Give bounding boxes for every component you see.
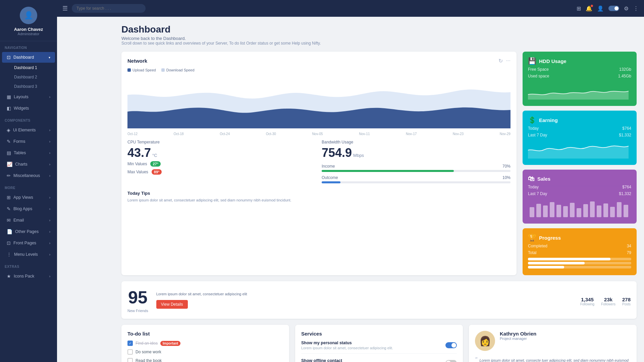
- sidebar-item-charts[interactable]: 📈 Charts ›: [2, 159, 55, 170]
- todo-checkbox[interactable]: [127, 358, 133, 362]
- services-card: Services Show my personal status Lorem i…: [295, 325, 463, 362]
- svg-rect-14: [624, 205, 628, 217]
- sidebar-item-ui-elements[interactable]: ◈ Ui Elements ›: [2, 125, 55, 135]
- max-row: Max Values 89°: [127, 169, 316, 175]
- sales-last7-label: Last 7 Day: [528, 191, 547, 196]
- bw-outcome-header: Outcome 10%: [322, 175, 511, 180]
- svg-rect-0: [530, 207, 534, 217]
- svg-rect-13: [617, 202, 622, 217]
- more-options-icon[interactable]: ⋮: [633, 5, 639, 12]
- todo-title: To-do list: [127, 331, 150, 337]
- network-card: Network ↻ ··· Upload Speed Download Spee…: [121, 52, 517, 275]
- svg-rect-2: [543, 205, 548, 217]
- hdd-icon: 💾: [528, 57, 536, 65]
- icons-icon: ★: [7, 274, 11, 279]
- service-name: Show my personal status: [301, 341, 393, 345]
- sidebar-item-widgets[interactable]: ◧ Widgets: [2, 103, 55, 114]
- sidebar-item-label: Blog Apps: [13, 206, 32, 211]
- sidebar-item-dashboard[interactable]: ⊡ Dashboard ▾: [2, 52, 55, 63]
- person-card: 👩 Kathryn Obrien Project manager " Lorem…: [469, 325, 637, 362]
- chart-legend: Upload Speed Download Speed: [127, 68, 511, 72]
- todo-text: Read the book: [136, 358, 162, 362]
- bandwidth-unit: Mbps: [353, 153, 364, 158]
- layouts-icon: ▦: [7, 94, 11, 100]
- grid-icon[interactable]: ⊞: [577, 5, 581, 12]
- x-label: Nov-23: [453, 132, 464, 136]
- sidebar-sub-dashboard3[interactable]: Dashboard 3: [2, 82, 55, 91]
- refresh-icon[interactable]: ↻: [498, 58, 503, 64]
- bandwidth-label: Bandwidth Usage: [322, 140, 511, 144]
- service-info: Show offline contact Aenean commodo ligu…: [301, 358, 385, 362]
- sidebar-item-app-views[interactable]: ⊞ App Views ›: [2, 192, 55, 203]
- sidebar-item-label: Dashboard: [13, 55, 34, 60]
- bw-outcome-label: Outcome: [322, 175, 338, 180]
- todo-item: Do some work: [127, 349, 283, 355]
- sidebar-item-blog-apps[interactable]: ✎ Blog Apps ›: [2, 203, 55, 214]
- navigation-label: Navigation: [0, 41, 57, 52]
- progress-completed-label: Completed: [528, 244, 547, 248]
- bandwidth-block: Bandwidth Usage 754.9 Mbps Income 70%: [322, 140, 511, 187]
- sidebar-item-front-pages[interactable]: ⊡ Front Pages ›: [2, 238, 55, 248]
- services-list: Show my personal status Lorem ipsum dolo…: [301, 341, 457, 362]
- bw-income: Income 70%: [322, 164, 511, 172]
- sidebar-item-other-pages[interactable]: 📄 Other Pages ›: [2, 226, 55, 237]
- user-profile-icon[interactable]: 👤: [597, 5, 604, 12]
- sidebar-item-label: App Views: [13, 195, 33, 200]
- sidebar-item-layouts[interactable]: ▦ Layouts ›: [2, 92, 55, 102]
- service-toggle[interactable]: [445, 360, 457, 362]
- sidebar-item-label: Other Pages: [15, 229, 39, 234]
- service-item: Show my personal status Lorem ipsum dolo…: [301, 341, 457, 354]
- sidebar-item-email[interactable]: ✉ Email ›: [2, 215, 55, 226]
- more-icon[interactable]: ···: [506, 58, 511, 64]
- sidebar-item-misc[interactable]: ✏ Miscellaneous ›: [2, 170, 55, 181]
- svg-rect-3: [550, 202, 554, 217]
- hdd-title: 💾 HDD Usage: [528, 57, 631, 65]
- legend-upload: Upload Speed: [127, 68, 156, 72]
- menu-levels-icon: ⋮: [7, 252, 11, 257]
- hdd-free-label: Free Space: [528, 67, 549, 72]
- x-label: Oct-24: [220, 132, 230, 136]
- profile-number: 95: [128, 287, 148, 307]
- earning-last7-row: Last 7 Day $1,332: [528, 133, 631, 137]
- dashboard-grid: Network ↻ ··· Upload Speed Download Spee…: [121, 52, 637, 275]
- view-details-button[interactable]: View Details: [156, 300, 188, 309]
- todo-list: ✓ Find an idea Important Do some work Re…: [127, 341, 283, 362]
- progress-icon: 🏆: [528, 234, 536, 242]
- bw-income-bar: [322, 170, 511, 172]
- prog-bar-3: [528, 266, 631, 268]
- blog-icon: ✎: [7, 206, 11, 212]
- sidebar-item-icons-pack[interactable]: ★ Icons Pack ›: [2, 271, 55, 282]
- profile-quote: Lorem ipsum dolor sit amet, consectetuer…: [156, 291, 572, 297]
- right-panel: 💾 HDD Usage Free Space 132Gb Used space …: [523, 52, 637, 275]
- sidebar-item-forms[interactable]: ✎ Forms ›: [2, 136, 55, 147]
- sidebar-item-tables[interactable]: ▤ Tables ›: [2, 147, 55, 158]
- search-input[interactable]: [72, 4, 146, 13]
- tips-section: Today Tips Lorem ipsum dolor sit amet, c…: [127, 191, 511, 203]
- x-label: Oct-30: [266, 132, 276, 136]
- avatar: 👤: [20, 7, 37, 24]
- user-role: Administrator: [18, 32, 40, 36]
- sales-chart: [528, 199, 629, 217]
- max-label: Max Values: [127, 170, 148, 174]
- todo-tag: Important: [160, 341, 180, 346]
- profile-stats: 1,345 Following 23k Followers 278 Posts: [580, 297, 631, 306]
- sidebar-item-menu-levels[interactable]: ⋮ Menu Levels ›: [2, 249, 55, 260]
- dashboard-icon: ⊡: [7, 55, 11, 60]
- hamburger-button[interactable]: ☰: [62, 5, 68, 12]
- notifications-icon[interactable]: 🔔: [586, 5, 592, 12]
- sales-last7-row: Last 7 Day $1,332: [528, 191, 631, 196]
- legend-upload-label: Upload Speed: [132, 68, 156, 72]
- sidebar-sub-dashboard2[interactable]: Dashboard 2: [2, 73, 55, 81]
- theme-toggle[interactable]: [608, 6, 619, 11]
- sidebar-sub-dashboard1[interactable]: Dashboard 1: [2, 63, 55, 72]
- settings-icon[interactable]: ⚙: [624, 5, 629, 12]
- todo-checkbox[interactable]: [127, 349, 133, 355]
- user-area: 👤 Aaron Chavez Administrator: [0, 0, 57, 41]
- x-label: Nov-29: [500, 132, 511, 136]
- cpu-value: 43.7: [127, 146, 151, 160]
- sales-icon: 🛍: [528, 175, 535, 183]
- ui-icon: ◈: [7, 127, 10, 133]
- progress-completed-value: 34: [627, 244, 631, 248]
- service-toggle[interactable]: [445, 342, 457, 348]
- todo-checkbox[interactable]: ✓: [127, 341, 133, 346]
